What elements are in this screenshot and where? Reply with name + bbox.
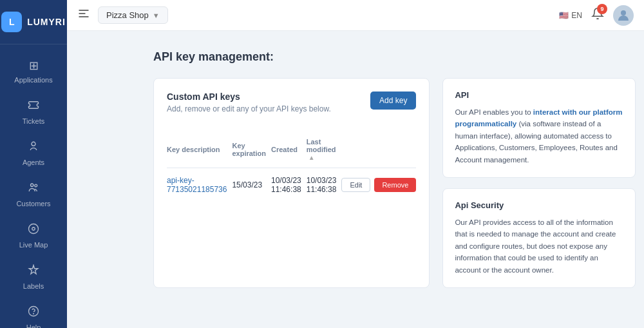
topbar: Pizza Shop ▼ 🇺🇸 EN 9 bbox=[67, 0, 644, 31]
api-keys-card: Custom API keys Add, remove or edit any … bbox=[153, 78, 430, 288]
sidebar-label-agents: Agents bbox=[23, 159, 44, 166]
shop-name: Pizza Shop bbox=[106, 10, 149, 20]
chevron-down-icon: ▼ bbox=[153, 12, 160, 19]
language-selector[interactable]: 🇺🇸 EN bbox=[559, 11, 582, 20]
sidebar-item-agents[interactable]: Agents bbox=[0, 133, 67, 174]
highlight-text: interact with our platform programmatica… bbox=[455, 108, 622, 128]
notification-badge: 9 bbox=[597, 4, 607, 14]
content-grid: Custom API keys Add, remove or edit any … bbox=[153, 78, 625, 288]
sidebar-item-tickets[interactable]: Tickets bbox=[0, 92, 67, 133]
language-label: EN bbox=[571, 11, 582, 20]
api-security-title: Api Security bbox=[455, 200, 623, 210]
modified-time: 11:46:38 bbox=[307, 185, 337, 194]
cell-key-description: api-key-77135021185736 bbox=[167, 168, 232, 202]
cell-actions: Edit Remove bbox=[341, 168, 416, 202]
created-time: 11:46:38 bbox=[271, 185, 301, 194]
sidebar-label-applications: Applications bbox=[14, 76, 52, 84]
api-info-text: Our API enables you to interact with our… bbox=[455, 106, 623, 166]
sidebar-label-customers: Customers bbox=[16, 200, 50, 207]
livemap-icon bbox=[28, 223, 39, 238]
sidebar-item-help[interactable]: Help bbox=[0, 298, 67, 328]
sidebar-item-customers[interactable]: Customers bbox=[0, 174, 67, 215]
shop-selector[interactable]: Pizza Shop ▼ bbox=[98, 6, 168, 24]
api-keys-table: Key description Key expiration Created L… bbox=[167, 134, 416, 202]
svg-point-6 bbox=[33, 313, 34, 314]
sidebar: L LUMYRI ⊞ Applications Tickets Agents C… bbox=[0, 0, 67, 328]
sort-icon: ▲ bbox=[308, 154, 315, 161]
topbar-actions: 🇺🇸 EN 9 bbox=[559, 5, 634, 26]
api-info-card: API Our API enables you to interact with… bbox=[442, 78, 636, 178]
table-header-row: Key description Key expiration Created L… bbox=[167, 134, 416, 168]
sidebar-item-livemap[interactable]: Live Map bbox=[0, 215, 67, 256]
info-panels: API Our API enables you to interact with… bbox=[442, 78, 636, 288]
card-header-text: Custom API keys Add, remove or edit any … bbox=[167, 92, 331, 124]
menu-icon[interactable] bbox=[77, 7, 90, 23]
sidebar-label-livemap: Live Map bbox=[19, 241, 48, 249]
labels-icon bbox=[28, 264, 39, 279]
api-info-title: API bbox=[455, 90, 623, 100]
card-header-row: Custom API keys Add, remove or edit any … bbox=[167, 92, 416, 124]
agents-icon bbox=[28, 140, 39, 155]
sidebar-item-labels[interactable]: Labels bbox=[0, 256, 67, 298]
edit-button[interactable]: Edit bbox=[341, 178, 370, 192]
add-key-button[interactable]: Add key bbox=[370, 92, 416, 110]
card-subtitle: Add, remove or edit any of your API keys… bbox=[167, 104, 331, 113]
sidebar-label-tickets: Tickets bbox=[23, 117, 44, 125]
user-avatar[interactable] bbox=[613, 5, 634, 26]
applications-icon: ⊞ bbox=[29, 59, 39, 73]
table-row: api-key-77135021185736 15/03/23 10/03/23… bbox=[167, 168, 416, 202]
col-key-description: Key description bbox=[167, 134, 232, 168]
help-icon bbox=[28, 305, 39, 320]
modified-date: 10/03/23 bbox=[307, 176, 337, 185]
cell-last-modified: 10/03/23 11:46:38 bbox=[307, 168, 342, 202]
svg-point-3 bbox=[29, 224, 39, 234]
sidebar-item-applications[interactable]: ⊞ Applications bbox=[0, 51, 67, 92]
card-title: Custom API keys bbox=[167, 92, 331, 102]
page-title: API key management: bbox=[153, 50, 625, 64]
api-security-text: Our API provides access to all of the in… bbox=[455, 217, 623, 276]
svg-point-1 bbox=[31, 184, 34, 187]
tickets-icon bbox=[28, 99, 39, 114]
svg-point-0 bbox=[32, 142, 35, 146]
sidebar-label-labels: Labels bbox=[23, 282, 44, 290]
api-security-card: Api Security Our API provides access to … bbox=[442, 188, 636, 288]
col-created: Created bbox=[271, 134, 307, 168]
created-date: 10/03/23 bbox=[271, 176, 301, 185]
remove-button[interactable]: Remove bbox=[374, 178, 416, 192]
brand-name: LUMYRI bbox=[27, 17, 66, 27]
cell-key-expiration: 15/03/23 bbox=[232, 168, 271, 202]
col-last-modified: Last modified ▲ bbox=[307, 134, 342, 168]
action-buttons: Edit Remove bbox=[341, 178, 416, 192]
col-key-expiration: Key expiration bbox=[232, 134, 271, 168]
notifications-button[interactable]: 9 bbox=[591, 7, 604, 23]
api-key-link[interactable]: api-key-77135021185736 bbox=[167, 176, 227, 194]
sidebar-logo: L LUMYRI bbox=[0, 0, 67, 44]
svg-point-4 bbox=[32, 227, 35, 231]
sidebar-label-help: Help bbox=[26, 323, 41, 328]
svg-point-2 bbox=[35, 184, 37, 187]
logo-icon: L bbox=[1, 12, 22, 32]
cell-created: 10/03/23 11:46:38 bbox=[271, 168, 307, 202]
svg-point-10 bbox=[621, 10, 626, 15]
main-content: API key management: Custom API keys Add,… bbox=[134, 31, 644, 328]
flag-icon: 🇺🇸 bbox=[559, 11, 569, 20]
svg-point-5 bbox=[29, 307, 39, 316]
sidebar-nav: ⊞ Applications Tickets Agents Customers bbox=[0, 44, 67, 328]
col-actions bbox=[341, 134, 416, 168]
customers-icon bbox=[28, 182, 39, 197]
